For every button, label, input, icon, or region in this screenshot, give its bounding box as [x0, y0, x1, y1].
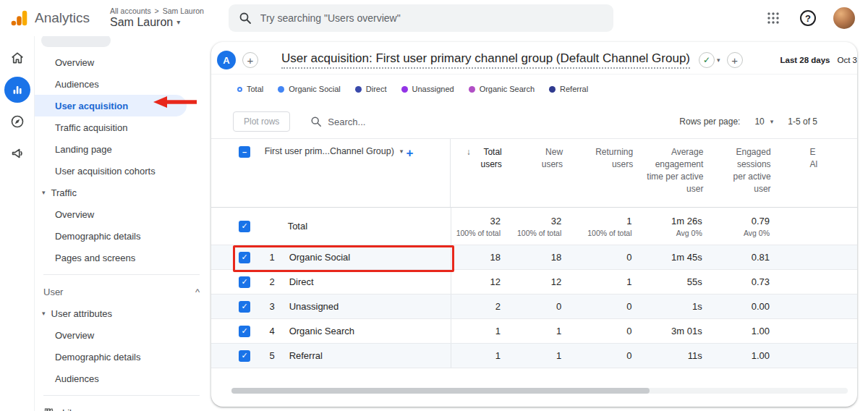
report-avatar[interactable]: A — [217, 51, 236, 69]
legend-dot — [469, 86, 475, 93]
breadcrumb-root[interactable]: All accounts — [110, 7, 151, 15]
reports-icon[interactable] — [4, 77, 30, 103]
date-range-label: Last 28 days — [780, 56, 830, 64]
dimension-selector[interactable]: First user prim...Channel Group) ▾ — [265, 146, 404, 156]
row-checkbox[interactable]: ✓ — [239, 326, 250, 337]
sidebar-item-overview-3[interactable]: Overview — [35, 324, 211, 346]
indeterminate-icon: – — [242, 148, 247, 156]
sidebar-item-pages-and-screens[interactable]: Pages and screens — [35, 247, 211, 268]
add-dimension-button[interactable]: + — [406, 146, 413, 161]
legend-label: Total — [247, 85, 263, 93]
sidebar-item-library[interactable]: Library — [35, 402, 211, 411]
horizontal-scrollbar-track — [231, 388, 848, 394]
table-row: ✓ 3Unassigned 2 0 0 1s 0.00 — [211, 295, 857, 319]
rows-per-page-select[interactable]: 10 ▾ — [754, 116, 773, 127]
sidebar-item-traffic-acquisition[interactable]: Traffic acquisition — [35, 116, 211, 138]
row-label: Direct — [289, 276, 314, 287]
plot-rows-button[interactable]: Plot rows — [233, 111, 290, 132]
horizontal-scrollbar-thumb[interactable] — [231, 388, 650, 394]
analytics-logo-icon[interactable] — [10, 9, 29, 27]
column-header-label: Total users — [473, 146, 502, 171]
sidebar-item-audiences-1[interactable]: Audiences — [35, 73, 211, 95]
total-value: 0.79 — [704, 216, 770, 226]
total-value: 1m 26s — [634, 216, 702, 226]
row-checkbox[interactable]: ✓ — [239, 276, 250, 288]
column-header-label: Al — [810, 159, 818, 169]
column-header-new-users[interactable]: New users — [502, 139, 563, 207]
sidebar-item-label: Landing page — [55, 144, 112, 155]
sidebar-category-traffic[interactable]: ▾ Traffic — [35, 182, 211, 203]
row-checkbox[interactable]: ✓ — [239, 301, 250, 313]
sort-descending-icon: ↓ — [467, 146, 471, 158]
apps-grid-icon[interactable] — [764, 9, 783, 27]
user-avatar[interactable] — [833, 7, 855, 29]
sidebar-item-label: Overview — [55, 57, 94, 68]
sidebar-divider — [43, 274, 200, 275]
check-icon: ✓ — [699, 52, 715, 68]
report-title[interactable]: User acquisition: First user primary cha… — [281, 51, 690, 69]
check-icon: ✓ — [241, 327, 247, 335]
explore-icon[interactable] — [4, 109, 30, 135]
home-icon[interactable] — [4, 45, 30, 71]
legend-item-unassigned[interactable]: Unassigned — [401, 85, 454, 93]
column-header-returning-users[interactable]: Returning users — [563, 139, 633, 207]
total-value: 32 — [451, 216, 501, 226]
check-icon: ✓ — [241, 302, 247, 310]
legend-item-organic-search[interactable]: Organic Search — [469, 85, 535, 93]
annotation-highlight-box — [233, 245, 454, 272]
legend-item-total[interactable]: Total — [237, 85, 263, 93]
rows-per-page-label: Rows per page: — [679, 116, 740, 127]
sidebar-item-user-acquisition-cohorts[interactable]: User acquisition cohorts — [35, 160, 211, 182]
report-verified-button[interactable]: ✓ ▾ — [699, 52, 720, 68]
sidebar-item-audiences-2[interactable]: Audiences — [35, 368, 211, 389]
legend-label: Unassigned — [412, 85, 454, 93]
caret-down-icon: ▾ — [400, 148, 404, 155]
sidebar-item-label: Overview — [55, 330, 94, 341]
breadcrumb[interactable]: All accounts > Sam Lauron — [110, 7, 204, 16]
help-glyph: ? — [800, 10, 816, 26]
pagination-controls: Rows per page: 10 ▾ 1-5 of 5 — [679, 116, 817, 127]
sidebar-category-user-attributes[interactable]: ▾ User attributes — [35, 302, 211, 324]
sidebar-item-overview-2[interactable]: Overview — [35, 203, 211, 225]
caret-down-icon: ▾ — [717, 56, 720, 64]
sidebar-section-user[interactable]: User ^ — [35, 281, 211, 302]
add-report-button[interactable]: + — [727, 52, 743, 68]
sidebar-item-landing-page[interactable]: Landing page — [35, 138, 211, 160]
column-header-total-users[interactable]: ↓ Total users — [451, 139, 501, 207]
global-search[interactable] — [229, 4, 613, 32]
check-icon: ✓ — [241, 222, 247, 230]
breadcrumb-current[interactable]: Sam Lauron — [163, 7, 204, 15]
column-header-avg-engagement-time[interactable]: Average engagement time per active user — [633, 139, 703, 207]
legend-label: Direct — [366, 85, 387, 93]
analytics-logo-svg — [10, 9, 29, 27]
chevron-up-icon[interactable]: ^ — [195, 287, 200, 297]
row-rank: 3 — [266, 301, 275, 312]
global-search-input[interactable] — [260, 12, 564, 24]
metric-cell: 1 — [451, 350, 502, 361]
date-range-picker[interactable]: Last 28 days Oct 3 — [780, 56, 857, 64]
table-row: ✓ 4Organic Search 1 1 0 3m 01s 1.00 — [211, 319, 857, 344]
sidebar-scrolled-item[interactable] — [41, 36, 111, 47]
column-header-engaged-sessions[interactable]: Engaged sessions per active user — [703, 139, 770, 207]
table-search-input[interactable] — [328, 116, 407, 127]
add-comparison-button[interactable]: + — [242, 52, 258, 68]
legend-item-direct[interactable]: Direct — [355, 85, 387, 93]
advertising-icon[interactable] — [4, 140, 30, 166]
column-header-clipped[interactable]: E Al — [771, 139, 857, 207]
legend-item-organic-social[interactable]: Organic Social — [278, 85, 341, 93]
row-label-cell: 2Direct — [265, 270, 451, 294]
account-selector[interactable]: Sam Lauron ▾ — [110, 16, 204, 29]
table-total-row: ✓ Total 32100% of total 32100% of total … — [211, 208, 857, 245]
row-rank: 5 — [266, 350, 275, 361]
metric-cell: 1m 45s — [634, 252, 704, 263]
sidebar-item-overview-1[interactable]: Overview — [35, 51, 211, 73]
row-checkbox[interactable]: ✓ — [239, 221, 250, 232]
select-all-checkbox[interactable]: – — [239, 146, 250, 158]
table-search[interactable] — [310, 116, 407, 127]
row-checkbox[interactable]: ✓ — [239, 350, 250, 362]
help-icon[interactable]: ? — [799, 9, 817, 27]
legend-item-referral[interactable]: Referral — [549, 85, 588, 93]
metric-cell: 1.00 — [704, 350, 771, 361]
sidebar-item-demographic-details-1[interactable]: Demographic details — [35, 225, 211, 247]
sidebar-item-demographic-details-2[interactable]: Demographic details — [35, 346, 211, 368]
